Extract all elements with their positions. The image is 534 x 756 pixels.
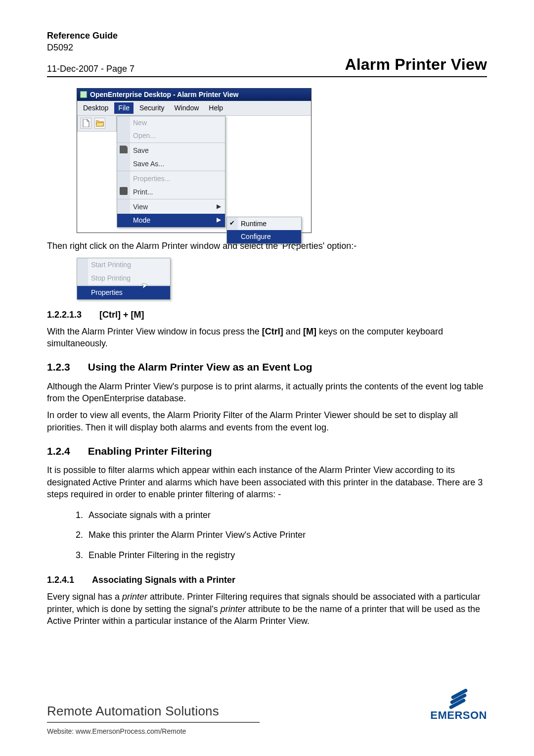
open-folder-icon[interactable] (94, 118, 105, 129)
context-stop-printing[interactable]: Stop Printing (77, 272, 170, 285)
menu-item-new[interactable]: New (117, 116, 225, 130)
submenu-configure-label: Configure (241, 233, 271, 240)
checkmark-icon: ✔ (229, 219, 235, 228)
emerson-logo-text: EMERSON (430, 708, 487, 723)
window-title: OpenEnterprise Desktop - Alarm Printer V… (90, 90, 238, 99)
submenu-arrow-icon: ▶ (217, 202, 221, 210)
screenshot-context-menu: Start Printing Stop Printing Properties (77, 258, 171, 300)
menu-item-new-label: New (133, 119, 147, 127)
text: Every signal has a (47, 592, 122, 602)
para-123-2: In order to view all events, the Alarm P… (47, 409, 487, 433)
menu-item-print-label: Print... (133, 188, 153, 196)
header-dateline: 11-Dec-2007 - Page 7 (47, 63, 134, 75)
emerson-logo: EMERSON (430, 692, 487, 723)
document-page: Reference Guide D5092 11-Dec-2007 - Page… (0, 0, 534, 756)
menu-item-print[interactable]: Print... (117, 186, 225, 199)
heading-num: 1.2.3 (47, 360, 70, 374)
para-12213: With the Alarm Printer View window in fo… (47, 326, 487, 350)
menu-item-open-label: Open... (133, 132, 156, 140)
menu-item-save-label: Save (133, 146, 149, 154)
menu-item-save[interactable]: Save (117, 144, 225, 157)
step-3: Enable Printer Filtering in the registry (86, 545, 487, 565)
step-2: Make this printer the Alarm Printer View… (86, 525, 487, 545)
submenu-runtime-label: Runtime (241, 220, 267, 228)
print-icon (120, 187, 128, 195)
context-start-printing[interactable]: Start Printing (77, 258, 170, 272)
header-right-title: Alarm Printer View (345, 54, 487, 75)
screenshot-app-window: OpenEnterprise Desktop - Alarm Printer V… (77, 88, 312, 233)
para-1241: Every signal has a printer attribute. Pr… (47, 591, 487, 627)
heading-123: 1.2.3 Using the Alarm Printer View as an… (47, 360, 487, 374)
italic-printer: printer (221, 604, 246, 614)
heading-title: [Ctrl] + [M] (99, 309, 144, 321)
heading-124: 1.2.4 Enabling Printer Filtering (47, 444, 487, 458)
menu-item-view[interactable]: View ▶ (117, 200, 225, 214)
menu-file[interactable]: File (114, 102, 134, 114)
heading-num: 1.2.2.1.3 (47, 309, 82, 321)
page-header: Reference Guide D5092 11-Dec-2007 - Page… (47, 30, 487, 77)
window-client-area: New Open... Save Save As... Properties..… (77, 116, 311, 233)
text: With the Alarm Printer View window in fo… (47, 327, 262, 336)
header-title: Reference Guide (47, 31, 118, 41)
menu-item-saveas[interactable]: Save As... (117, 157, 225, 171)
step-1: Associate signals with a printer (86, 505, 487, 525)
menu-item-mode-label: Mode (133, 216, 150, 224)
heading-title: Enabling Printer Filtering (88, 444, 212, 458)
save-icon (120, 145, 128, 153)
menu-item-saveas-label: Save As... (133, 160, 164, 168)
context-properties-label: Properties (91, 288, 123, 296)
header-docid: D5092 (47, 43, 73, 52)
menu-item-view-label: View (133, 203, 148, 211)
emerson-swoosh-icon (448, 692, 469, 707)
context-properties[interactable]: Properties (77, 286, 170, 299)
window-titlebar: OpenEnterprise Desktop - Alarm Printer V… (77, 89, 311, 101)
steps-list: Associate signals with a printer Make th… (86, 505, 487, 565)
menu-help[interactable]: Help (205, 102, 227, 114)
app-icon (80, 91, 87, 98)
text: and (283, 327, 303, 336)
menu-item-mode[interactable]: Mode ▶ (117, 214, 225, 227)
menu-desktop[interactable]: Desktop (79, 102, 112, 114)
footer-company: Remote Automation Solutions (47, 703, 260, 720)
submenu-arrow-icon: ▶ (217, 216, 221, 224)
submenu-runtime[interactable]: ✔ Runtime (227, 217, 301, 231)
footer-website: Website: www.EmersonProcess.com/Remote (47, 727, 487, 736)
heading-num: 1.2.4 (47, 444, 70, 458)
para-123-1: Although the Alarm Printer View's purpos… (47, 380, 487, 405)
mouse-cursor-icon (291, 241, 300, 253)
toolbar (77, 116, 117, 132)
para-124: It is possible to filter alarms which ap… (47, 464, 487, 500)
heading-12213: 1.2.2.1.3 [Ctrl] + [M] (47, 309, 487, 321)
heading-title: Using the Alarm Printer View as an Event… (88, 360, 312, 374)
menu-window[interactable]: Window (171, 102, 203, 114)
heading-num: 1.2.4.1 (47, 574, 74, 586)
submenu-configure[interactable]: Configure (227, 230, 301, 243)
context-start-label: Start Printing (91, 261, 131, 269)
menu-item-properties[interactable]: Properties... (117, 172, 225, 186)
key-ctrl: [Ctrl] (262, 327, 283, 336)
page-footer: Remote Automation Solutions EMERSON Webs… (47, 692, 487, 736)
file-menu-dropdown: New Open... Save Save As... Properties..… (117, 116, 225, 228)
mode-submenu: ✔ Runtime Configure (226, 217, 302, 244)
context-stop-label: Stop Printing (91, 274, 131, 282)
heading-1241: 1.2.4.1 Associating Signals with a Print… (47, 574, 487, 586)
new-file-icon[interactable] (81, 118, 91, 129)
menu-security[interactable]: Security (135, 102, 169, 114)
italic-printer: printer (122, 592, 147, 602)
menu-item-properties-label: Properties... (133, 175, 170, 183)
footer-rule (47, 722, 260, 723)
key-m: [M] (303, 327, 316, 336)
menu-item-open[interactable]: Open... (117, 129, 225, 143)
heading-title: Associating Signals with a Printer (92, 574, 235, 586)
header-rule (47, 76, 487, 77)
menu-bar: Desktop File Security Window Help (77, 101, 311, 116)
